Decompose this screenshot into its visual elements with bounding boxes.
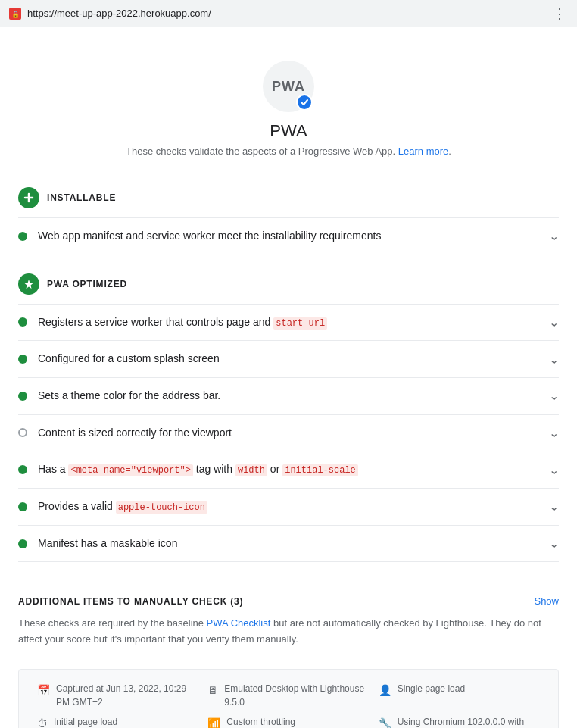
svg-text:🔒: 🔒 bbox=[11, 10, 20, 19]
code-start-url: start_url bbox=[273, 317, 327, 330]
svg-marker-4 bbox=[24, 280, 33, 289]
pwa-optimized-icon bbox=[18, 273, 39, 295]
status-dot-green bbox=[18, 392, 27, 401]
code-meta-viewport: <meta name="viewport"> bbox=[68, 464, 192, 476]
status-dot-gray bbox=[18, 428, 27, 437]
code-initial-scale: initial-scale bbox=[282, 464, 358, 476]
chevron-down-icon[interactable]: ⌄ bbox=[549, 499, 559, 514]
plus-icon bbox=[23, 192, 35, 204]
check-text-viewport: Content is sized correctly for the viewp… bbox=[38, 426, 543, 441]
check-text-service-worker: Registers a service worker that controls… bbox=[38, 315, 543, 330]
footer-emulated: 🖥 Emulated Desktop with Lighthouse 9.5.0 bbox=[207, 682, 369, 709]
pwa-icon-text: PWA bbox=[272, 79, 305, 95]
menu-button[interactable]: ⋮ bbox=[553, 5, 568, 22]
additional-section: ADDITIONAL ITEMS TO MANUALLY CHECK (3) S… bbox=[18, 583, 559, 648]
pwa-row-7[interactable]: Manifest has a maskable icon ⌄ bbox=[18, 525, 559, 563]
pwa-row-3[interactable]: Sets a theme color for the address bar. … bbox=[18, 377, 559, 414]
calendar-icon: 📅 bbox=[37, 683, 50, 698]
footer-captured: 📅 Captured at Jun 13, 2022, 10:29 PM GMT… bbox=[37, 682, 198, 709]
pwa-optimized-section: PWA OPTIMIZED Registers a service worker… bbox=[18, 273, 559, 563]
timer-icon: ⏱ bbox=[37, 716, 48, 728]
status-dot-green bbox=[18, 355, 27, 364]
check-text-maskable: Manifest has a maskable icon bbox=[38, 536, 543, 551]
check-text-meta-viewport: Has a <meta name="viewport"> tag with wi… bbox=[38, 462, 543, 477]
star-icon bbox=[23, 278, 35, 290]
show-button[interactable]: Show bbox=[534, 595, 559, 607]
footer-single-page: 👤 Single page load bbox=[379, 682, 540, 709]
chromium-icon: 🔧 bbox=[379, 716, 391, 728]
chevron-down-icon[interactable]: ⌄ bbox=[549, 426, 559, 440]
person-icon: 👤 bbox=[379, 683, 391, 698]
pwa-check-badge bbox=[296, 94, 313, 111]
url-bar[interactable]: https://meet-up-app-2022.herokuapp.com/ bbox=[27, 8, 553, 19]
status-dot-green bbox=[18, 232, 27, 241]
pwa-row-2[interactable]: Configured for a custom splash screen ⌄ bbox=[18, 340, 559, 377]
status-dot-green bbox=[18, 465, 27, 474]
footer-info-box: 📅 Captured at Jun 13, 2022, 10:29 PM GMT… bbox=[18, 669, 559, 728]
chevron-down-icon[interactable]: ⌄ bbox=[549, 352, 559, 367]
installable-header: INSTALLABLE bbox=[18, 187, 559, 208]
pwa-checklist-link[interactable]: PWA Checklist bbox=[207, 617, 271, 629]
check-text-splash: Configured for a custom splash screen bbox=[38, 352, 543, 367]
chevron-down-icon[interactable]: ⌄ bbox=[549, 315, 559, 330]
chevron-down-icon[interactable]: ⌄ bbox=[549, 229, 559, 243]
page-title: PWA bbox=[270, 121, 307, 141]
pwa-optimized-title: PWA OPTIMIZED bbox=[47, 279, 127, 289]
favicon-icon: 🔒 bbox=[9, 8, 21, 20]
monitor-icon: 🖥 bbox=[207, 683, 218, 698]
wifi-icon: 📶 bbox=[207, 716, 220, 728]
code-width: width bbox=[235, 464, 267, 476]
check-text: Web app manifest and service worker meet… bbox=[38, 229, 543, 244]
installable-row-1[interactable]: Web app manifest and service worker meet… bbox=[18, 217, 559, 255]
code-apple-touch-icon: apple-touch-icon bbox=[116, 501, 207, 514]
additional-description: These checks are required by the baselin… bbox=[18, 616, 559, 648]
chevron-down-icon[interactable]: ⌄ bbox=[549, 389, 559, 403]
pwa-row-1[interactable]: Registers a service worker that controls… bbox=[18, 304, 559, 341]
learn-more-link[interactable]: Learn more bbox=[398, 145, 448, 157]
footer-chromium: 🔧 Using Chromium 102.0.0.0 with devtools bbox=[379, 715, 540, 728]
installable-title: INSTALLABLE bbox=[47, 192, 116, 203]
main-content: PWA PWA These checks validate the aspect… bbox=[0, 27, 577, 728]
pwa-optimized-header: PWA OPTIMIZED bbox=[18, 273, 559, 295]
check-text-apple-touch: Provides a valid apple-touch-icon bbox=[38, 499, 543, 514]
pwa-icon-circle: PWA bbox=[263, 61, 314, 112]
pwa-row-5[interactable]: Has a <meta name="viewport"> tag with wi… bbox=[18, 451, 559, 488]
hero-subtitle: These checks validate the aspects of a P… bbox=[126, 145, 451, 157]
additional-title: ADDITIONAL ITEMS TO MANUALLY CHECK (3) bbox=[18, 596, 243, 607]
check-icon bbox=[300, 98, 309, 107]
chevron-down-icon[interactable]: ⌄ bbox=[549, 463, 559, 477]
status-dot-green bbox=[18, 317, 27, 327]
top-bar: 🔒 https://meet-up-app-2022.herokuapp.com… bbox=[0, 0, 577, 27]
pwa-row-6[interactable]: Provides a valid apple-touch-icon ⌄ bbox=[18, 488, 559, 525]
footer-throttling: 📶 Custom throttling bbox=[207, 715, 369, 728]
footer-initial-load: ⏱ Initial page load bbox=[37, 715, 198, 728]
additional-header: ADDITIONAL ITEMS TO MANUALLY CHECK (3) S… bbox=[18, 595, 559, 607]
check-text-theme: Sets a theme color for the address bar. bbox=[38, 389, 543, 404]
status-dot-green bbox=[18, 502, 27, 511]
installable-section: INSTALLABLE Web app manifest and service… bbox=[18, 187, 559, 255]
status-dot-green bbox=[18, 539, 27, 548]
chevron-down-icon[interactable]: ⌄ bbox=[549, 536, 559, 551]
installable-icon bbox=[18, 187, 39, 208]
pwa-row-4[interactable]: Content is sized correctly for the viewp… bbox=[18, 414, 559, 451]
hero-section: PWA PWA These checks validate the aspect… bbox=[18, 42, 559, 169]
